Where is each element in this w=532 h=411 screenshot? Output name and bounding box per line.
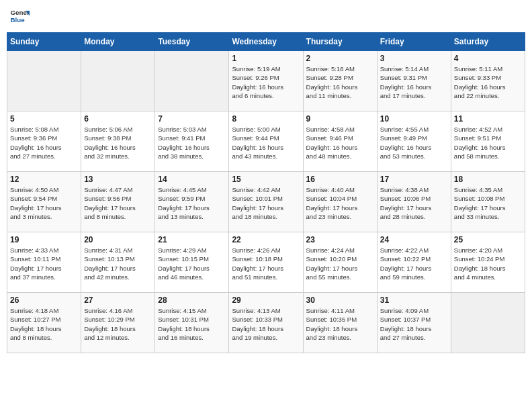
day-info: Sunrise: 5:08 AM Sunset: 9:36 PM Dayligh… <box>10 125 78 161</box>
calendar-table: SundayMondayTuesdayWednesdayThursdayFrid… <box>7 32 525 353</box>
day-info: Sunrise: 4:31 AM Sunset: 10:13 PM Daylig… <box>84 246 152 281</box>
day-cell: 17Sunrise: 4:38 AM Sunset: 10:06 PM Dayl… <box>377 172 451 232</box>
day-info: Sunrise: 4:09 AM Sunset: 10:37 PM Daylig… <box>380 306 448 342</box>
day-cell: 7Sunrise: 5:03 AM Sunset: 9:41 PM Daylig… <box>155 111 229 172</box>
day-info: Sunrise: 4:15 AM Sunset: 10:31 PM Daylig… <box>158 306 226 342</box>
week-row-5: 26Sunrise: 4:18 AM Sunset: 10:27 PM Dayl… <box>7 293 525 353</box>
day-info: Sunrise: 4:40 AM Sunset: 10:04 PM Daylig… <box>306 185 374 221</box>
day-number: 15 <box>232 175 300 184</box>
day-info: Sunrise: 4:29 AM Sunset: 10:15 PM Daylig… <box>158 246 226 281</box>
day-number: 13 <box>84 175 152 184</box>
day-cell: 6Sunrise: 5:06 AM Sunset: 9:38 PM Daylig… <box>81 111 155 172</box>
day-info: Sunrise: 4:35 AM Sunset: 10:08 PM Daylig… <box>454 185 522 221</box>
day-info: Sunrise: 4:24 AM Sunset: 10:20 PM Daylig… <box>306 246 374 281</box>
day-number: 26 <box>10 295 78 305</box>
day-number: 16 <box>306 175 374 184</box>
day-cell <box>7 51 81 111</box>
day-cell: 14Sunrise: 4:45 AM Sunset: 9:59 PM Dayli… <box>155 172 229 232</box>
week-row-1: 1Sunrise: 5:19 AM Sunset: 9:26 PM Daylig… <box>7 51 525 111</box>
week-row-3: 12Sunrise: 4:50 AM Sunset: 9:54 PM Dayli… <box>7 172 525 232</box>
day-number: 27 <box>84 295 152 305</box>
day-cell: 10Sunrise: 4:55 AM Sunset: 9:49 PM Dayli… <box>377 111 451 172</box>
day-info: Sunrise: 5:19 AM Sunset: 9:26 PM Dayligh… <box>232 64 300 100</box>
day-cell: 2Sunrise: 5:16 AM Sunset: 9:28 PM Daylig… <box>303 51 377 111</box>
day-info: Sunrise: 5:11 AM Sunset: 9:33 PM Dayligh… <box>454 64 522 100</box>
day-info: Sunrise: 4:13 AM Sunset: 10:33 PM Daylig… <box>232 306 300 342</box>
day-number: 4 <box>454 54 522 63</box>
day-number: 5 <box>10 114 78 124</box>
day-info: Sunrise: 4:45 AM Sunset: 9:59 PM Dayligh… <box>158 185 226 221</box>
day-cell: 31Sunrise: 4:09 AM Sunset: 10:37 PM Dayl… <box>377 293 451 353</box>
day-info: Sunrise: 4:55 AM Sunset: 9:49 PM Dayligh… <box>380 125 448 161</box>
day-cell: 29Sunrise: 4:13 AM Sunset: 10:33 PM Dayl… <box>229 293 303 353</box>
day-number: 8 <box>232 114 300 124</box>
day-cell: 12Sunrise: 4:50 AM Sunset: 9:54 PM Dayli… <box>7 172 81 232</box>
page-header: General Blue <box>7 7 525 27</box>
day-cell: 22Sunrise: 4:26 AM Sunset: 10:18 PM Dayl… <box>229 232 303 293</box>
day-number: 19 <box>10 235 78 244</box>
day-cell <box>81 51 155 111</box>
day-info: Sunrise: 4:20 AM Sunset: 10:24 PM Daylig… <box>454 246 522 281</box>
day-number: 30 <box>306 295 374 305</box>
day-info: Sunrise: 5:00 AM Sunset: 9:44 PM Dayligh… <box>232 125 300 161</box>
header-saturday: Saturday <box>451 33 525 51</box>
header-row: SundayMondayTuesdayWednesdayThursdayFrid… <box>7 33 525 51</box>
day-cell: 11Sunrise: 4:52 AM Sunset: 9:51 PM Dayli… <box>451 111 525 172</box>
day-info: Sunrise: 4:26 AM Sunset: 10:18 PM Daylig… <box>232 246 300 281</box>
day-cell: 20Sunrise: 4:31 AM Sunset: 10:13 PM Dayl… <box>81 232 155 293</box>
header-sunday: Sunday <box>7 33 81 51</box>
day-info: Sunrise: 4:38 AM Sunset: 10:06 PM Daylig… <box>380 185 448 221</box>
day-cell: 28Sunrise: 4:15 AM Sunset: 10:31 PM Dayl… <box>155 293 229 353</box>
week-row-4: 19Sunrise: 4:33 AM Sunset: 10:11 PM Dayl… <box>7 232 525 293</box>
svg-text:Blue: Blue <box>11 16 26 24</box>
day-number: 1 <box>232 54 300 63</box>
day-number: 22 <box>232 235 300 244</box>
day-cell: 15Sunrise: 4:42 AM Sunset: 10:01 PM Dayl… <box>229 172 303 232</box>
day-info: Sunrise: 4:18 AM Sunset: 10:27 PM Daylig… <box>10 306 78 342</box>
day-number: 2 <box>306 54 374 63</box>
day-cell: 4Sunrise: 5:11 AM Sunset: 9:33 PM Daylig… <box>451 51 525 111</box>
day-number: 23 <box>306 235 374 244</box>
day-cell: 24Sunrise: 4:22 AM Sunset: 10:22 PM Dayl… <box>377 232 451 293</box>
day-info: Sunrise: 4:16 AM Sunset: 10:29 PM Daylig… <box>84 306 152 342</box>
day-info: Sunrise: 4:47 AM Sunset: 9:56 PM Dayligh… <box>84 185 152 221</box>
day-info: Sunrise: 4:42 AM Sunset: 10:01 PM Daylig… <box>232 185 300 221</box>
day-cell: 13Sunrise: 4:47 AM Sunset: 9:56 PM Dayli… <box>81 172 155 232</box>
logo-icon: General Blue <box>9 7 30 27</box>
day-cell: 19Sunrise: 4:33 AM Sunset: 10:11 PM Dayl… <box>7 232 81 293</box>
day-cell: 30Sunrise: 4:11 AM Sunset: 10:35 PM Dayl… <box>303 293 377 353</box>
day-cell <box>451 293 525 353</box>
day-number: 7 <box>158 114 226 124</box>
day-info: Sunrise: 4:52 AM Sunset: 9:51 PM Dayligh… <box>454 125 522 161</box>
svg-text:General: General <box>11 9 30 16</box>
day-number: 6 <box>84 114 152 124</box>
day-number: 10 <box>380 114 448 124</box>
day-cell: 9Sunrise: 4:58 AM Sunset: 9:46 PM Daylig… <box>303 111 377 172</box>
day-number: 3 <box>380 54 448 63</box>
day-cell: 16Sunrise: 4:40 AM Sunset: 10:04 PM Dayl… <box>303 172 377 232</box>
day-number: 28 <box>158 295 226 305</box>
day-cell: 27Sunrise: 4:16 AM Sunset: 10:29 PM Dayl… <box>81 293 155 353</box>
day-cell: 18Sunrise: 4:35 AM Sunset: 10:08 PM Dayl… <box>451 172 525 232</box>
day-number: 20 <box>84 235 152 244</box>
day-info: Sunrise: 4:33 AM Sunset: 10:11 PM Daylig… <box>10 246 78 281</box>
day-number: 9 <box>306 114 374 124</box>
day-info: Sunrise: 5:14 AM Sunset: 9:31 PM Dayligh… <box>380 64 448 100</box>
day-info: Sunrise: 4:50 AM Sunset: 9:54 PM Dayligh… <box>10 185 78 221</box>
day-cell: 23Sunrise: 4:24 AM Sunset: 10:20 PM Dayl… <box>303 232 377 293</box>
day-number: 21 <box>158 235 226 244</box>
day-number: 12 <box>10 175 78 184</box>
header-wednesday: Wednesday <box>229 33 303 51</box>
day-info: Sunrise: 5:03 AM Sunset: 9:41 PM Dayligh… <box>158 125 226 161</box>
day-info: Sunrise: 4:22 AM Sunset: 10:22 PM Daylig… <box>380 246 448 281</box>
day-cell: 26Sunrise: 4:18 AM Sunset: 10:27 PM Dayl… <box>7 293 81 353</box>
day-cell: 3Sunrise: 5:14 AM Sunset: 9:31 PM Daylig… <box>377 51 451 111</box>
day-cell: 21Sunrise: 4:29 AM Sunset: 10:15 PM Dayl… <box>155 232 229 293</box>
day-number: 14 <box>158 175 226 184</box>
day-cell <box>155 51 229 111</box>
day-info: Sunrise: 5:06 AM Sunset: 9:38 PM Dayligh… <box>84 125 152 161</box>
day-cell: 8Sunrise: 5:00 AM Sunset: 9:44 PM Daylig… <box>229 111 303 172</box>
day-cell: 25Sunrise: 4:20 AM Sunset: 10:24 PM Dayl… <box>451 232 525 293</box>
day-info: Sunrise: 5:16 AM Sunset: 9:28 PM Dayligh… <box>306 64 374 100</box>
day-info: Sunrise: 4:11 AM Sunset: 10:35 PM Daylig… <box>306 306 374 342</box>
